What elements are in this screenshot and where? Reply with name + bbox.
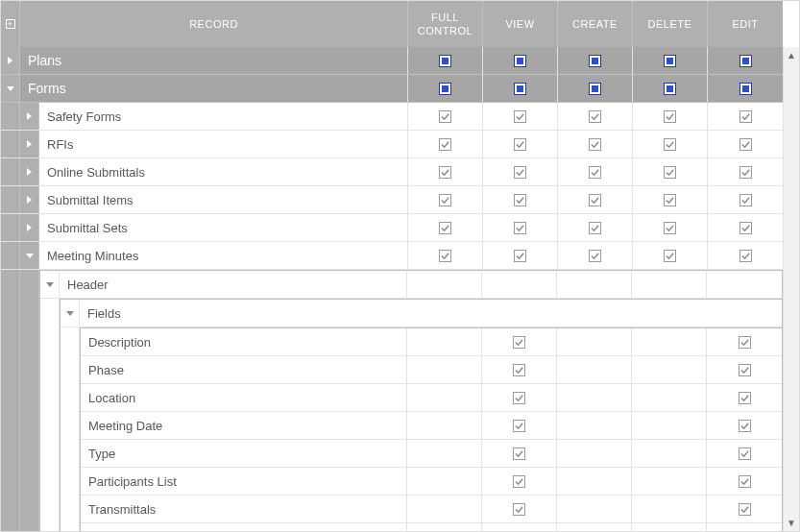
perm-edit[interactable]: [708, 186, 783, 213]
perm-edit[interactable]: [707, 523, 782, 531]
perm-full-control[interactable]: [408, 242, 483, 269]
perm-delete[interactable]: [632, 440, 707, 467]
perm-view[interactable]: [483, 242, 558, 269]
perm-delete[interactable]: [632, 271, 707, 298]
expand-toggle[interactable]: [20, 242, 39, 269]
table-row[interactable]: Meeting Minutes: [1, 242, 783, 270]
perm-delete[interactable]: [632, 468, 707, 495]
header-edit[interactable]: EDIT: [708, 1, 783, 47]
perm-delete[interactable]: [633, 242, 708, 269]
perm-delete[interactable]: [632, 328, 707, 355]
expand-toggle[interactable]: [20, 131, 39, 157]
perm-full-control[interactable]: [408, 158, 483, 185]
perm-edit[interactable]: [708, 158, 783, 185]
field-row[interactable]: Location: [81, 384, 782, 412]
perm-create[interactable]: [558, 158, 633, 185]
perm-create[interactable]: [557, 356, 632, 383]
header-full-control[interactable]: FULL CONTROL: [408, 1, 483, 47]
expand-toggle-fields[interactable]: [61, 300, 80, 326]
perm-view[interactable]: [483, 131, 558, 157]
perm-create[interactable]: [557, 271, 632, 298]
expand-toggle-plans[interactable]: [1, 47, 20, 74]
perm-full-control[interactable]: [408, 103, 483, 130]
perm-edit[interactable]: [708, 214, 783, 241]
perm-full-control[interactable]: [408, 131, 483, 157]
perm-delete[interactable]: [633, 131, 708, 157]
table-row[interactable]: Online Submittals: [1, 158, 783, 186]
table-row[interactable]: RFIs: [1, 131, 783, 158]
header-delete[interactable]: DELETE: [633, 1, 708, 47]
perm-full-control[interactable]: [407, 356, 482, 383]
header-view[interactable]: VIEW: [483, 1, 558, 47]
perm-full-control[interactable]: [408, 186, 483, 213]
perm-full-control[interactable]: [407, 468, 482, 495]
perm-view[interactable]: [482, 523, 557, 531]
perm-view[interactable]: [482, 356, 557, 383]
perm-view[interactable]: [483, 214, 558, 241]
perm-create[interactable]: [558, 214, 633, 241]
perm-view[interactable]: [482, 412, 557, 439]
perm-delete[interactable]: [633, 75, 708, 102]
perm-view[interactable]: [483, 103, 558, 130]
perm-delete[interactable]: [633, 186, 708, 213]
perm-create[interactable]: [558, 242, 633, 269]
perm-create[interactable]: [558, 47, 633, 74]
perm-full-control[interactable]: [408, 75, 483, 102]
perm-view[interactable]: [482, 440, 557, 467]
perm-view[interactable]: [482, 496, 557, 522]
perm-edit[interactable]: [707, 468, 782, 495]
field-row[interactable]: Transmittals: [81, 496, 782, 523]
perm-full-control[interactable]: [408, 47, 483, 74]
perm-edit[interactable]: [708, 131, 783, 157]
expand-toggle[interactable]: [20, 186, 39, 213]
perm-full-control[interactable]: [407, 440, 482, 467]
table-row[interactable]: Submittal Sets: [1, 214, 783, 242]
field-row[interactable]: Meeting Date: [81, 412, 782, 440]
field-row[interactable]: Type: [81, 440, 782, 468]
perm-view[interactable]: [482, 468, 557, 495]
perm-create[interactable]: [558, 103, 633, 130]
perm-full-control[interactable]: [407, 271, 482, 298]
field-row[interactable]: Next Meeting Section: [81, 523, 782, 531]
perm-delete[interactable]: [632, 384, 707, 411]
perm-edit[interactable]: [707, 440, 782, 467]
perm-view[interactable]: [483, 186, 558, 213]
section-row-header[interactable]: Header: [40, 271, 782, 299]
vertical-scrollbar[interactable]: ▲ ▼: [783, 47, 799, 531]
table-row[interactable]: Safety Forms: [1, 103, 783, 131]
perm-delete[interactable]: [632, 412, 707, 439]
perm-view[interactable]: [483, 75, 558, 102]
perm-delete[interactable]: [633, 47, 708, 74]
perm-view[interactable]: [482, 328, 557, 355]
perm-delete[interactable]: [633, 158, 708, 185]
field-row[interactable]: Phase: [81, 356, 782, 384]
perm-delete[interactable]: [632, 496, 707, 522]
perm-full-control[interactable]: [407, 384, 482, 411]
perm-edit[interactable]: [707, 328, 782, 355]
perm-create[interactable]: [557, 496, 632, 522]
perm-full-control[interactable]: [407, 523, 482, 531]
expand-toggle[interactable]: [20, 103, 39, 130]
field-row[interactable]: Description: [81, 328, 782, 356]
group-row-plans[interactable]: Plans: [1, 47, 783, 75]
perm-view[interactable]: [483, 47, 558, 74]
expand-toggle[interactable]: [20, 158, 39, 185]
group-row-forms[interactable]: Forms: [1, 75, 783, 103]
perm-full-control[interactable]: [407, 328, 482, 355]
perm-edit[interactable]: [707, 496, 782, 522]
scroll-down-arrow-icon[interactable]: ▼: [784, 515, 799, 531]
perm-edit[interactable]: [707, 271, 782, 298]
perm-delete[interactable]: [633, 103, 708, 130]
scroll-up-arrow-icon[interactable]: ▲: [784, 47, 799, 63]
perm-create[interactable]: [557, 412, 632, 439]
perm-create[interactable]: [557, 468, 632, 495]
perm-full-control[interactable]: [408, 214, 483, 241]
expand-all-button[interactable]: +: [1, 1, 20, 47]
expand-toggle[interactable]: [20, 214, 39, 241]
perm-edit[interactable]: [707, 384, 782, 411]
field-row[interactable]: Participants List: [81, 468, 782, 496]
perm-full-control[interactable]: [407, 412, 482, 439]
perm-create[interactable]: [557, 384, 632, 411]
expand-toggle-header[interactable]: [40, 271, 60, 298]
expand-toggle-forms[interactable]: [1, 75, 20, 102]
